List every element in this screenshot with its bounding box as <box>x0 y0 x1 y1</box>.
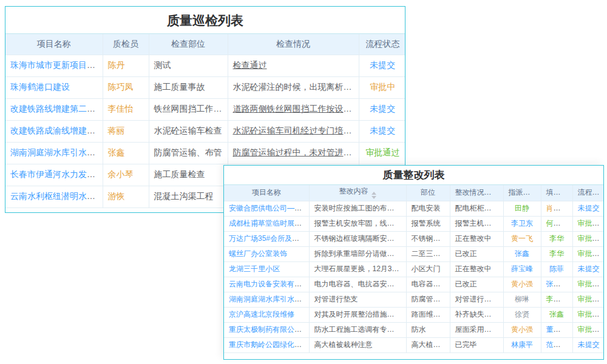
assignee-name: 黄小强 <box>511 325 533 334</box>
part-cell: 不锈钢安装... <box>406 231 450 246</box>
project-link[interactable]: 重庆市鹅岭公园绿化景观提升... <box>229 340 309 349</box>
project-link[interactable]: 成都杜甫草堂临时展厅独立展... <box>229 219 309 228</box>
sort-desc-icon[interactable] <box>371 196 376 199</box>
col-header-situation: 检查情况 <box>228 34 359 55</box>
table-row[interactable]: 湖南洞庭湖水库引水工... 张鑫 防腐管运输、布管 防腐管运输过程中，未对管进行… <box>5 142 405 164</box>
project-link[interactable]: 龙湖三千里小区 <box>229 265 280 273</box>
rectification-table-title: 质量整改列表 <box>224 166 603 185</box>
table-row[interactable]: 珠海鹤港口建设 陈巧凤 施工质量事故 水泥砼灌注的时候，出现离析现象 审批中 <box>5 76 405 98</box>
feedback-cell: 正在整改中 <box>450 261 503 277</box>
part-cell: 防腐管运输... <box>406 292 450 307</box>
table-row[interactable]: 改建铁路成渝线增建第... 蒋丽 水泥砼运输车检查 水泥砼运输车司机经过专门培训… <box>5 120 405 142</box>
situation-text: 检查通过 <box>233 60 267 70</box>
feedback-cell: 对管进行垫支 <box>450 292 503 307</box>
feedback-cell: 已改正 <box>450 277 503 292</box>
status-badge: 审批通过 <box>578 249 605 258</box>
table-row[interactable]: 湖南洞庭湖水库引水工程施工1标 对管进行垫支 防腐管运输... 对管进行垫支 柳… <box>224 292 604 307</box>
status-badge: 审批中 <box>370 82 395 92</box>
table-row[interactable]: 安徽合肥供电公司—配电设备... 安装时应按施工图的布置，将... 配电安装 配… <box>224 201 604 216</box>
table-row[interactable]: 成都杜甫草堂临时展厅独立展... 报警主机安放牢固，线缆连接... 报警系统 报… <box>224 216 604 231</box>
part-cell: 配电安装 <box>406 201 450 216</box>
status-badge: 审批通过 <box>578 234 605 243</box>
project-link[interactable]: 改建铁路成渝线增建第... <box>10 126 103 135</box>
project-link[interactable]: 螺丝厂办公室装饰 <box>229 249 287 258</box>
part-cell: 小区大门 <box>406 261 450 277</box>
status-badge: 未提交 <box>370 104 395 113</box>
project-link[interactable]: 珠海鹤港口建设 <box>10 82 70 92</box>
table-row[interactable]: 重庆太极制药有限公司亳州中... 防水工程施工选调有专业资质... 防水 屋面采… <box>224 322 604 337</box>
col-header-reporter: 填报人 <box>541 185 572 201</box>
assignee-name: 田静 <box>515 204 529 212</box>
col-header-assignee: 指派人员 <box>503 185 541 201</box>
sort-asc-icon[interactable] <box>371 192 376 195</box>
assignee-name: 黄一飞 <box>511 234 533 243</box>
project-link[interactable]: 云南电力设备安装有限公司20... <box>229 280 309 288</box>
situation-text: 防腐管运输过程中，未对管进行... <box>233 147 359 157</box>
table-row[interactable]: 改建铁路线增建第二线... 李佳怡 铁丝网围挡工作检查 道路两侧铁丝网围挡工作按… <box>5 98 405 120</box>
assignee-name: 徐贤 <box>515 310 529 318</box>
part-cell: 防腐管运输、布管 <box>149 142 228 164</box>
project-link[interactable]: 湖南洞庭湖水库引水工... <box>10 147 103 157</box>
part-cell: 施工质量事故 <box>149 76 228 98</box>
status-badge: 未提交 <box>370 126 395 135</box>
reporter-name: 张鑫 <box>549 310 564 318</box>
rectification-header-row: 项目名称 整改内容 部位 整改情况反馈 指派人员 填报人 流程状态 <box>224 185 604 201</box>
table-row[interactable]: 京沪高速北京段维修 对其及时开展整治措施，桥头... 路面维修检... 补齐缺失… <box>224 307 604 322</box>
status-badge: 审批通过 <box>365 147 399 157</box>
feedback-cell: 屋面采用聚氨... <box>450 322 503 337</box>
reporter-name: 李华 <box>549 249 564 258</box>
status-badge: 审批通过 <box>578 295 605 303</box>
table-row[interactable]: 云南电力设备安装有限公司20... 电力电容器、电抗器安装方案... 电容器安装… <box>224 277 604 292</box>
inspector-name: 蒋丽 <box>108 126 125 135</box>
status-badge: 审批通过 <box>578 219 605 228</box>
inspector-name: 李佳怡 <box>108 104 134 113</box>
project-link[interactable]: 重庆太极制药有限公司亳州中... <box>229 325 309 334</box>
table-row[interactable]: 螺丝厂办公室装饰 拆除到承重墙部分请做好加固... 二至三楼混... 已改正 张… <box>224 246 604 261</box>
table-row[interactable]: 万达广场35#会所及咖啡厅空... 不锈钢边框玻璃隔断安装不牢... 不锈钢安装… <box>224 231 604 246</box>
table-row[interactable]: 重庆市鹅岭公园绿化景观提升... 高大植被栽种注意 高大植被栽种 已完毕 林康平… <box>224 337 604 352</box>
rectification-table: 项目名称 整改内容 部位 整改情况反馈 指派人员 填报人 流程状态 安徽合肥供电… <box>224 185 604 353</box>
project-link[interactable]: 云南水利枢纽潜明水库... <box>10 191 103 201</box>
project-link[interactable]: 改建铁路线增建第二线... <box>10 104 103 113</box>
part-cell: 报警系统 <box>406 216 450 231</box>
reporter-name: 董清平 <box>546 325 568 334</box>
feedback-cell: 正在整改中 <box>450 231 503 246</box>
content-cell: 大理石展星更换，12月31日之... <box>309 261 406 277</box>
project-link[interactable]: 珠海市城市更新项目紫... <box>10 60 103 70</box>
situation-text: 水泥砼运输车司机经过专门培训... <box>233 126 359 135</box>
reporter-name: 李若若 <box>546 295 568 303</box>
col-header-content-label: 整改内容 <box>339 187 368 195</box>
status-badge: 未提交 <box>578 265 600 273</box>
sort-icon[interactable] <box>371 192 376 199</box>
table-row[interactable]: 珠海市城市更新项目紫... 陈丹 测试 检查通过 未提交 <box>5 55 405 76</box>
assignee-name: 柳琳 <box>515 295 529 303</box>
project-link[interactable]: 湖南洞庭湖水库引水工程施工1标 <box>229 295 309 303</box>
status-badge: 未提交 <box>578 204 600 212</box>
col-header-status: 流程状态 <box>572 185 604 201</box>
project-link[interactable]: 安徽合肥供电公司—配电设备... <box>229 204 309 212</box>
assignee-name: 薛宝峰 <box>511 265 533 273</box>
assignee-name: 张鑫 <box>515 249 529 258</box>
project-link[interactable]: 京沪高速北京段维修 <box>229 310 294 318</box>
part-cell: 施工质量检查 <box>149 164 228 186</box>
assignee-name: 李卫东 <box>511 219 533 228</box>
content-cell: 安装时应按施工图的布置，将... <box>309 201 406 216</box>
status-badge: 未提交 <box>370 60 395 70</box>
project-link[interactable]: 万达广场35#会所及咖啡厅空... <box>229 234 309 243</box>
status-badge: 未提交 <box>578 340 600 349</box>
content-cell: 对其及时开展整治措施，桥头... <box>309 307 406 322</box>
content-cell: 防水工程施工选调有专业资质... <box>309 322 406 337</box>
part-cell: 电容器安装... <box>406 277 450 292</box>
table-row[interactable]: 龙湖三千里小区 大理石展星更换，12月31日之... 小区大门 正在整改中 薛宝… <box>224 261 604 277</box>
feedback-cell: 补齐缺失标志... <box>450 307 503 322</box>
status-badge: 审批通过 <box>578 280 605 288</box>
col-header-status: 流程状态 <box>359 34 405 55</box>
inspector-name: 张鑫 <box>108 147 125 157</box>
reporter-name: 范思哲 <box>546 340 568 349</box>
feedback-cell: 已完毕 <box>450 337 503 352</box>
col-header-content[interactable]: 整改内容 <box>309 185 406 201</box>
project-link[interactable]: 长春市伊通河水力发电... <box>10 169 103 179</box>
reporter-name: 陈菲 <box>549 265 564 273</box>
content-cell: 高大植被栽种注意 <box>309 337 406 352</box>
inspector-name: 陈巧凤 <box>108 82 134 92</box>
